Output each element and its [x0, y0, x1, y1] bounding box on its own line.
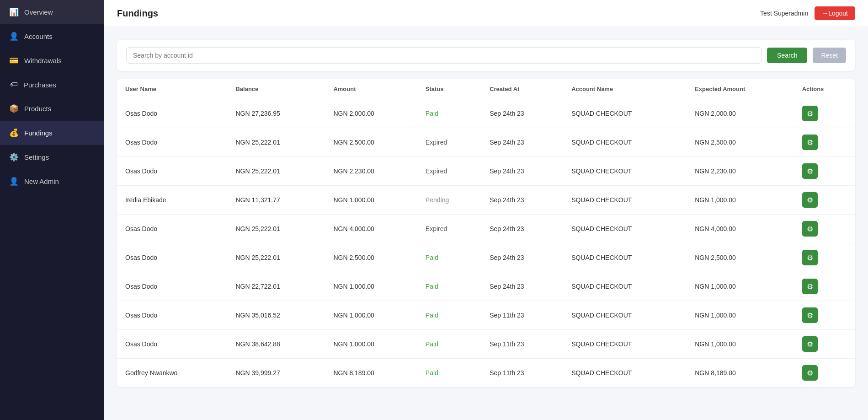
topbar: Fundings Test Superadmin →Logout — [104, 0, 868, 27]
cell-account_name: SQUAD CHECKOUT — [563, 215, 687, 243]
cell-amount: NGN 2,500.00 — [325, 243, 417, 272]
sidebar-label-overview: Overview — [24, 8, 53, 16]
cell-balance: NGN 25,222.01 — [227, 243, 325, 272]
table-row: Osas DodoNGN 27,236.95NGN 2,000.00PaidSe… — [117, 99, 855, 128]
cell-user_name: Osas Dodo — [117, 272, 227, 301]
view-action-button[interactable]: ⚙ — [802, 221, 818, 237]
col-header-created-at: Created At — [481, 79, 563, 99]
view-action-button[interactable]: ⚙ — [802, 106, 818, 121]
cell-created_at: Sep 11th 23 — [481, 359, 563, 388]
table-header-row: User NameBalanceAmountStatusCreated AtAc… — [117, 79, 855, 99]
cell-status: Expired — [417, 128, 481, 157]
table-body: Osas DodoNGN 27,236.95NGN 2,000.00PaidSe… — [117, 99, 855, 388]
search-input[interactable] — [126, 47, 761, 64]
sidebar-label-fundings: Fundings — [24, 129, 53, 137]
cell-balance: NGN 38,642.88 — [227, 330, 325, 359]
cell-created_at: Sep 11th 23 — [481, 301, 563, 330]
sidebar-item-products[interactable]: 📦Products — [0, 97, 104, 121]
table-row: Osas DodoNGN 22,722.01NGN 1,000.00PaidSe… — [117, 272, 855, 301]
cell-expected_amount: NGN 2,500.00 — [687, 128, 793, 157]
page-title: Fundings — [117, 8, 158, 19]
view-action-button[interactable]: ⚙ — [802, 192, 818, 208]
cell-actions: ⚙ — [794, 243, 855, 272]
cell-created_at: Sep 24th 23 — [481, 128, 563, 157]
cell-account_name: SQUAD CHECKOUT — [563, 157, 687, 186]
cell-account_name: SQUAD CHECKOUT — [563, 272, 687, 301]
cell-status: Paid — [417, 359, 481, 388]
view-action-button[interactable]: ⚙ — [802, 365, 818, 381]
cell-balance: NGN 25,222.01 — [227, 215, 325, 243]
cell-user_name: Osas Dodo — [117, 157, 227, 186]
cell-user_name: Godfrey Nwankwo — [117, 359, 227, 388]
sidebar-item-purchases[interactable]: 🏷Purchases — [0, 73, 104, 97]
table-header: User NameBalanceAmountStatusCreated AtAc… — [117, 79, 855, 99]
view-action-button[interactable]: ⚙ — [802, 279, 818, 294]
cell-amount: NGN 4,000.00 — [325, 215, 417, 243]
sidebar-label-purchases: Purchases — [24, 81, 56, 89]
cell-expected_amount: NGN 1,000.00 — [687, 330, 793, 359]
cell-status: Paid — [417, 243, 481, 272]
cell-account_name: SQUAD CHECKOUT — [563, 243, 687, 272]
cell-created_at: Sep 24th 23 — [481, 272, 563, 301]
table-row: Godfrey NwankwoNGN 39,999.27NGN 8,189.00… — [117, 359, 855, 388]
view-action-button[interactable]: ⚙ — [802, 163, 818, 179]
cell-status: Expired — [417, 215, 481, 243]
cell-actions: ⚙ — [794, 359, 855, 388]
col-header-amount: Amount — [325, 79, 417, 99]
cell-expected_amount: NGN 1,000.00 — [687, 186, 793, 215]
reset-button[interactable]: Reset — [813, 48, 846, 63]
products-icon: 📦 — [9, 104, 19, 113]
cell-status: Paid — [417, 301, 481, 330]
cell-amount: NGN 1,000.00 — [325, 186, 417, 215]
col-header-user-name: User Name — [117, 79, 227, 99]
cell-created_at: Sep 24th 23 — [481, 157, 563, 186]
cell-actions: ⚙ — [794, 330, 855, 359]
cell-actions: ⚙ — [794, 99, 855, 128]
col-header-actions: Actions — [794, 79, 855, 99]
sidebar-item-settings[interactable]: ⚙️Settings — [0, 145, 104, 169]
cell-account_name: SQUAD CHECKOUT — [563, 330, 687, 359]
cell-status: Expired — [417, 157, 481, 186]
sidebar-item-new-admin[interactable]: 👤New Admin — [0, 169, 104, 194]
cell-actions: ⚙ — [794, 301, 855, 330]
view-action-button[interactable]: ⚙ — [802, 250, 818, 265]
cell-user_name: Osas Dodo — [117, 215, 227, 243]
cell-actions: ⚙ — [794, 157, 855, 186]
sidebar-item-withdrawals[interactable]: 💳Withdrawals — [0, 48, 104, 73]
sidebar-item-fundings[interactable]: 💰Fundings — [0, 121, 104, 145]
sidebar: 📊Overview👤Accounts💳Withdrawals🏷Purchases… — [0, 0, 104, 420]
cell-expected_amount: NGN 8,189.00 — [687, 359, 793, 388]
cell-created_at: Sep 24th 23 — [481, 243, 563, 272]
view-action-button[interactable]: ⚙ — [802, 135, 818, 150]
logout-button[interactable]: →Logout — [815, 6, 855, 20]
cell-amount: NGN 2,230.00 — [325, 157, 417, 186]
cell-account_name: SQUAD CHECKOUT — [563, 301, 687, 330]
view-action-button[interactable]: ⚙ — [802, 307, 818, 323]
table-row: Osas DodoNGN 35,016.52NGN 1,000.00PaidSe… — [117, 301, 855, 330]
cell-status: Pending — [417, 186, 481, 215]
cell-balance: NGN 35,016.52 — [227, 301, 325, 330]
cell-actions: ⚙ — [794, 272, 855, 301]
search-button[interactable]: Search — [767, 48, 807, 63]
sidebar-label-products: Products — [24, 105, 51, 113]
table-row: Osas DodoNGN 38,642.88NGN 1,000.00PaidSe… — [117, 330, 855, 359]
fundings-icon: 💰 — [9, 128, 19, 138]
view-action-button[interactable]: ⚙ — [802, 336, 818, 352]
main-content: Fundings Test Superadmin →Logout Search … — [104, 0, 868, 420]
sidebar-item-accounts[interactable]: 👤Accounts — [0, 24, 104, 48]
cell-amount: NGN 8,189.00 — [325, 359, 417, 388]
cell-created_at: Sep 24th 23 — [481, 186, 563, 215]
cell-user_name: Osas Dodo — [117, 243, 227, 272]
cell-expected_amount: NGN 2,000.00 — [687, 99, 793, 128]
col-header-account-name: Account Name — [563, 79, 687, 99]
cell-account_name: SQUAD CHECKOUT — [563, 128, 687, 157]
content-area: Search Reset User NameBalanceAmountStatu… — [104, 27, 868, 420]
table-row: Osas DodoNGN 25,222.01NGN 2,500.00PaidSe… — [117, 243, 855, 272]
cell-user_name: Osas Dodo — [117, 330, 227, 359]
cell-created_at: Sep 11th 23 — [481, 330, 563, 359]
cell-actions: ⚙ — [794, 215, 855, 243]
cell-balance: NGN 25,222.01 — [227, 128, 325, 157]
cell-created_at: Sep 24th 23 — [481, 99, 563, 128]
cell-user_name: Osas Dodo — [117, 301, 227, 330]
sidebar-item-overview[interactable]: 📊Overview — [0, 0, 104, 24]
